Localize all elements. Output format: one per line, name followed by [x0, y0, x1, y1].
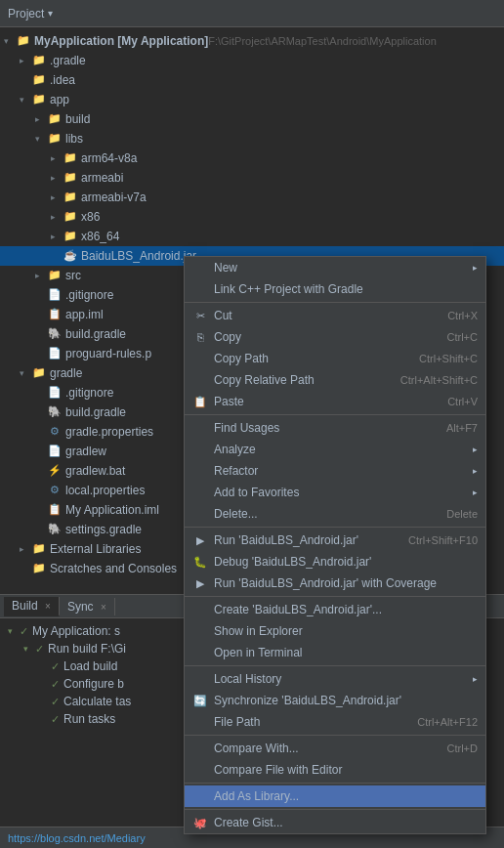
menu-item-analyze[interactable]: Analyze — [185, 439, 485, 460]
menu-label-copy-relative: Copy Relative Path — [214, 373, 315, 387]
menu-separator — [185, 596, 485, 597]
menu-separator — [185, 735, 485, 736]
menu-item-add-library[interactable]: Add As Library... — [185, 785, 485, 807]
menu-label-analyze: Analyze — [214, 443, 256, 456]
menu-label-find-usages: Find Usages — [214, 421, 279, 435]
menu-label-link-cpp: Link C++ Project with Gradle — [214, 282, 363, 296]
menu-item-create-gist[interactable]: 🐙Create Gist... — [185, 812, 485, 833]
tree-label-buildgradle2: build.gradle — [65, 405, 126, 419]
menu-label-open-terminal: Open in Terminal — [214, 646, 303, 659]
menu-separator — [185, 414, 485, 415]
text-icon-gradlew: 📄 — [47, 445, 63, 458]
folder-icon-build: 📁 — [47, 112, 63, 126]
menu-label-paste: Paste — [214, 395, 244, 408]
menu-shortcut-run: Ctrl+Shift+F10 — [408, 534, 478, 546]
project-arrow[interactable]: ▾ — [48, 8, 53, 19]
tree-item-armeabi[interactable]: 📁armeabi — [0, 168, 504, 188]
folder-icon-armeabi: 📁 — [63, 171, 78, 185]
menu-icon-copy: ⎘ — [192, 329, 208, 345]
tree-label-myappiml: My Application.iml — [65, 503, 159, 517]
menu-label-file-path: File Path — [214, 715, 260, 729]
folder-icon-arm64: 📁 — [63, 151, 78, 165]
menu-item-find-usages[interactable]: Find UsagesAlt+F7 — [185, 417, 485, 439]
menu-label-delete: Delete... — [214, 507, 258, 521]
folder-icon-scratches: 📁 — [31, 562, 47, 575]
tree-item-arm64[interactable]: 📁arm64-v8a — [0, 148, 504, 168]
tree-arrow-arm64 — [51, 153, 63, 163]
menu-shortcut-find-usages: Alt+F7 — [446, 422, 478, 434]
menu-item-show-explorer[interactable]: Show in Explorer — [185, 620, 485, 642]
tree-item-libs[interactable]: 📁libs — [0, 129, 504, 148]
menu-icon-paste: 📋 — [192, 394, 208, 409]
menu-shortcut-file-path: Ctrl+Alt+F12 — [417, 716, 478, 728]
menu-label-create: Create 'BaiduLBS_Android.jar'... — [214, 603, 382, 616]
tree-arrow-gradle — [20, 56, 31, 65]
menu-item-link-cpp[interactable]: Link C++ Project with Gradle — [185, 278, 485, 300]
sync-tab-close[interactable]: × — [101, 602, 106, 613]
tree-item-x86_64[interactable]: 📁x86_64 — [0, 227, 504, 246]
menu-shortcut-copy: Ctrl+C — [447, 331, 478, 343]
menu-item-add-favorites[interactable]: Add to Favorites — [185, 482, 485, 503]
folder-icon-app: 📁 — [31, 93, 47, 106]
tree-item-myapp[interactable]: 📁MyApplication [My Application] F:\GitPr… — [0, 31, 504, 51]
menu-item-file-path[interactable]: File PathCtrl+Alt+F12 — [185, 711, 485, 733]
tree-item-armeabiv7a[interactable]: 📁armeabi-v7a — [0, 188, 504, 207]
tree-arrow-extlibs — [20, 544, 31, 554]
menu-item-run-coverage[interactable]: ▶Run 'BaiduLBS_Android.jar' with Coverag… — [185, 572, 485, 594]
tree-label-scratches: Scratches and Consoles — [50, 562, 177, 575]
text-icon-proguard: 📄 — [47, 347, 63, 360]
menu-item-create[interactable]: Create 'BaiduLBS_Android.jar'... — [185, 599, 485, 620]
text-icon-gitignore2: 📄 — [47, 386, 63, 400]
tree-item-idea[interactable]: 📁.idea — [0, 70, 504, 90]
menu-label-refactor: Refactor — [214, 464, 258, 478]
build-tab-close[interactable]: × — [45, 601, 51, 612]
gradle-icon-settingsgradle: 🐘 — [47, 523, 63, 536]
menu-item-copy-path[interactable]: Copy PathCtrl+Shift+C — [185, 348, 485, 369]
menu-item-debug[interactable]: 🐛Debug 'BaiduLBS_Android.jar' — [185, 551, 485, 572]
jar-icon-baidulbs: ☕ — [63, 249, 78, 263]
menu-icon-debug: 🐛 — [192, 554, 208, 570]
tree-label-idea: .idea — [50, 73, 75, 87]
menu-item-refactor[interactable]: Refactor — [185, 460, 485, 482]
tree-arrow-build — [35, 114, 47, 124]
folder-icon-gradledir: 📁 — [31, 366, 47, 380]
tree-item-x86[interactable]: 📁x86 — [0, 207, 504, 227]
folder-icon-x86: 📁 — [63, 210, 78, 224]
menu-item-open-terminal[interactable]: Open in Terminal — [185, 642, 485, 663]
menu-label-cut: Cut — [214, 309, 232, 322]
tree-arrow-armeabiv7a — [51, 192, 63, 202]
menu-item-run[interactable]: ▶Run 'BaiduLBS_Android.jar'Ctrl+Shift+F1… — [185, 530, 485, 551]
folder-icon-libs: 📁 — [47, 132, 63, 146]
tree-label-extlibs: External Libraries — [50, 542, 141, 556]
tree-label-proguard: proguard-rules.p — [65, 347, 151, 360]
folder-icon-x86_64: 📁 — [63, 230, 78, 243]
folder-icon-gradle: 📁 — [31, 54, 47, 67]
menu-icon-run: ▶ — [192, 532, 208, 548]
menu-label-run-coverage: Run 'BaiduLBS_Android.jar' with Coverage — [214, 576, 437, 590]
menu-item-copy-relative[interactable]: Copy Relative PathCtrl+Alt+Shift+C — [185, 369, 485, 391]
tree-label-x86: x86 — [81, 210, 100, 224]
menu-item-delete[interactable]: Delete...Delete — [185, 503, 485, 525]
menu-label-copy: Copy — [214, 330, 241, 344]
menu-icon-create-gist: 🐙 — [192, 815, 208, 830]
menu-item-new[interactable]: New — [185, 257, 485, 278]
menu-item-compare-with[interactable]: Compare With...Ctrl+D — [185, 738, 485, 759]
tree-label-libs: libs — [65, 132, 83, 146]
tab-build[interactable]: Build × — [4, 597, 60, 616]
menu-separator — [185, 527, 485, 528]
menu-item-local-history[interactable]: Local History — [185, 668, 485, 690]
tab-sync[interactable]: Sync × — [60, 598, 115, 615]
project-title: Project — [8, 7, 44, 21]
tree-item-gradle[interactable]: 📁.gradle — [0, 51, 504, 70]
menu-item-compare-editor[interactable]: Compare File with Editor — [185, 759, 485, 781]
menu-item-synchronize[interactable]: 🔄Synchronize 'BaiduLBS_Android.jar' — [185, 690, 485, 711]
tree-item-build[interactable]: 📁build — [0, 109, 504, 129]
menu-item-copy[interactable]: ⎘CopyCtrl+C — [185, 326, 485, 348]
tree-label-gradlew: gradlew — [65, 445, 106, 458]
tree-arrow-gradledir — [20, 368, 31, 378]
menu-item-cut[interactable]: ✂CutCtrl+X — [185, 305, 485, 326]
folder-icon-armeabiv7a: 📁 — [63, 191, 78, 204]
menu-item-paste[interactable]: 📋PasteCtrl+V — [185, 391, 485, 412]
tree-item-app[interactable]: 📁app — [0, 90, 504, 109]
menu-shortcut-delete: Delete — [446, 508, 478, 520]
